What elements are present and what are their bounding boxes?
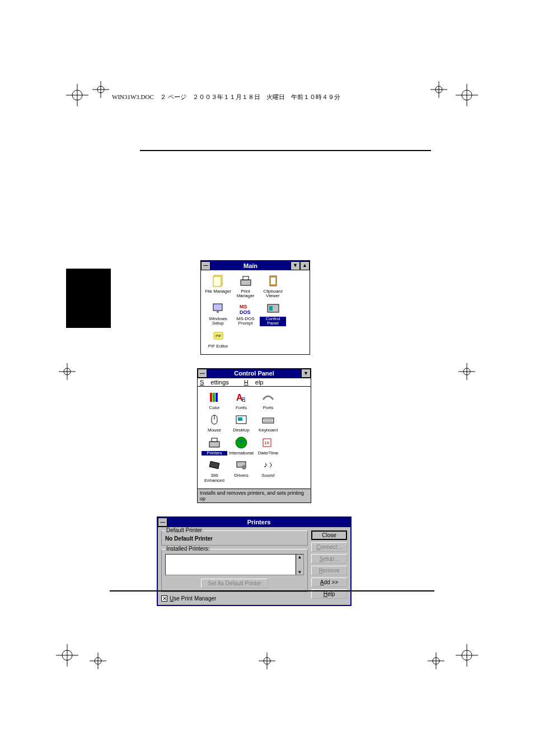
- icon-label: Printers: [202, 451, 227, 456]
- svg-text:18: 18: [264, 440, 269, 445]
- connect-button[interactable]: Connect...: [311, 542, 347, 552]
- header-rule: [140, 150, 431, 151]
- svg-rect-34: [213, 276, 221, 287]
- msdos-prompt-icon: MSDOS: [237, 301, 254, 316]
- scroll-up-icon[interactable]: ▲: [296, 555, 303, 560]
- pif-editor-icon: PIF: [210, 328, 227, 343]
- clipboard-viewer-icon: [265, 274, 282, 288]
- set-default-button[interactable]: Set As Default Printer: [201, 579, 268, 588]
- mouse-item[interactable]: Mouse: [202, 412, 227, 433]
- menu-settings[interactable]: Settings: [200, 379, 236, 386]
- icon-label: Mouse: [202, 428, 227, 433]
- system-menu-icon[interactable]: —: [158, 518, 167, 527]
- cp-title: Control Panel: [207, 370, 301, 377]
- icon-label: Windows Setup: [205, 317, 231, 326]
- minimize-button[interactable]: ▼: [291, 261, 300, 270]
- datetime-item[interactable]: 18 Date/Time: [255, 435, 281, 456]
- svg-rect-48: [213, 393, 215, 402]
- remove-button[interactable]: Remove: [311, 566, 347, 575]
- sound-item[interactable]: ♪ Sound: [255, 458, 281, 483]
- msdos-prompt-item[interactable]: MSDOS MS-DOS Prompt: [232, 301, 259, 326]
- printers-item[interactable]: Printers: [202, 435, 227, 456]
- svg-rect-56: [263, 418, 274, 423]
- menu-help[interactable]: Help: [244, 379, 264, 386]
- system-menu-icon[interactable]: —: [201, 261, 210, 270]
- file-manager-item[interactable]: File Manager: [205, 274, 231, 299]
- 386-enhanced-item[interactable]: 386 Enhanced: [202, 458, 227, 483]
- svg-rect-55: [238, 417, 242, 421]
- windows-setup-icon: [210, 301, 227, 316]
- svg-text:♪: ♪: [264, 460, 268, 469]
- crop-mark-icon: [256, 650, 278, 672]
- print-manager-item[interactable]: Print Manager: [232, 274, 259, 299]
- icon-label: PIF Editor: [205, 344, 231, 349]
- svg-rect-39: [213, 304, 222, 311]
- icon-label: Print Manager: [232, 289, 259, 299]
- crop-mark-icon: [425, 650, 447, 672]
- file-manager-icon: [210, 274, 227, 288]
- crop-mark-icon: [56, 644, 78, 666]
- svg-rect-35: [241, 280, 251, 285]
- default-printer-group: No Default Printer: [161, 530, 308, 546]
- keyboard-icon: [260, 412, 277, 427]
- svg-text:MS: MS: [240, 304, 247, 309]
- use-print-manager-checkbox[interactable]: ✕ Use Print Manager: [161, 595, 216, 602]
- scrollbar[interactable]: ▲ ▼: [296, 555, 303, 575]
- close-button[interactable]: Close: [311, 530, 347, 540]
- icon-label: Ports: [255, 406, 281, 410]
- svg-rect-40: [217, 311, 219, 313]
- system-menu-icon[interactable]: —: [198, 369, 207, 378]
- icon-label: Keyboard: [255, 428, 281, 433]
- icon-label: Fonts: [228, 406, 254, 410]
- fonts-item[interactable]: AB Fonts: [228, 390, 254, 410]
- desktop-icon: [233, 412, 250, 427]
- page-header: WIN31W3.DOC ２ ページ ２００３年１１月１８日 火曜日 午前１０時４…: [112, 93, 340, 101]
- icon-label: Control Panel: [260, 317, 286, 326]
- main-titlebar[interactable]: — Main ▼ ▲: [201, 261, 310, 270]
- add-button[interactable]: Add >>: [311, 577, 347, 587]
- color-item[interactable]: Color: [202, 390, 227, 410]
- installed-printers-list[interactable]: ▲ ▼: [165, 554, 304, 575]
- cp-icon-area: Color AB Fonts Ports Mouse Desktop: [198, 387, 311, 489]
- minimize-button[interactable]: ▼: [301, 369, 311, 378]
- printers-dialog: — Printers No Default Printer ▲ ▼: [157, 516, 352, 607]
- icon-label: Desktop: [228, 428, 254, 433]
- maximize-button[interactable]: ▲: [300, 261, 310, 270]
- crop-mark-icon: [456, 84, 478, 106]
- crop-mark-icon: [428, 78, 450, 101]
- main-title: Main: [210, 262, 291, 269]
- drivers-item[interactable]: Drivers: [228, 458, 254, 483]
- svg-rect-60: [212, 438, 217, 442]
- main-icon-area: File Manager Print Manager Clipboard Vie…: [201, 270, 310, 354]
- svg-rect-44: [269, 306, 273, 311]
- icon-label: International: [228, 451, 254, 456]
- icon-label: Clipboard Viewer: [260, 289, 286, 299]
- control-panel-window: — Control Panel ▼ Settings Help Color AB…: [197, 368, 311, 503]
- crop-mark-icon: [456, 360, 478, 383]
- svg-text:PIF: PIF: [216, 334, 222, 338]
- setup-button[interactable]: Setup...: [311, 554, 347, 564]
- scroll-down-icon[interactable]: ▼: [296, 570, 303, 575]
- international-icon: [233, 435, 250, 450]
- printers-icon: [206, 435, 223, 450]
- desktop-item[interactable]: Desktop: [228, 412, 254, 433]
- control-panel-item[interactable]: Control Panel: [260, 301, 286, 326]
- printers-title: Printers: [167, 519, 350, 525]
- clipboard-viewer-item[interactable]: Clipboard Viewer: [260, 274, 286, 299]
- international-item[interactable]: International: [228, 435, 254, 456]
- windows-setup-item[interactable]: Windows Setup: [205, 301, 231, 326]
- 386-enhanced-icon: [206, 458, 223, 472]
- printers-titlebar[interactable]: — Printers: [158, 518, 350, 527]
- default-printer-value: No Default Printer: [165, 536, 304, 542]
- ports-item[interactable]: Ports: [255, 390, 281, 410]
- svg-rect-47: [210, 393, 212, 402]
- svg-text:B: B: [242, 397, 246, 403]
- crop-mark-icon: [90, 78, 112, 101]
- cp-statusbar: Installs and removes printers, and sets …: [198, 489, 311, 503]
- icon-label: Date/Time: [255, 451, 281, 456]
- icon-label: Color: [202, 406, 227, 410]
- svg-rect-36: [243, 276, 249, 280]
- cp-titlebar[interactable]: — Control Panel ▼: [198, 369, 311, 378]
- pif-editor-item[interactable]: PIF PIF Editor: [205, 328, 231, 349]
- keyboard-item[interactable]: Keyboard: [255, 412, 281, 433]
